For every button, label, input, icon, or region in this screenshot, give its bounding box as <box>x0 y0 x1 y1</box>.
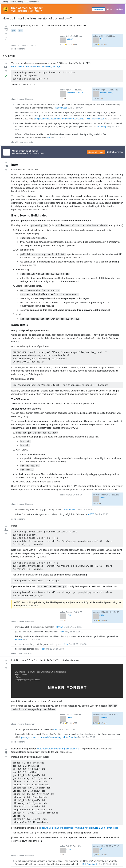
tired-emoji-icon: 😩 <box>3 6 9 12</box>
upvote-button[interactable]: ▲ <box>3 160 9 164</box>
avatar <box>93 37 99 43</box>
improve-link[interactable]: improve this answer <box>18 98 35 100</box>
upvote-button[interactable]: ▲ <box>3 61 9 65</box>
ad-cta-button[interactable]: See new features <box>87 150 105 154</box>
improve-link[interactable]: improve this answer <box>18 723 35 725</box>
question-body: I am using a variety of C++11 and C++1y … <box>11 24 123 27</box>
answer-1: ▲ 141 ▼ ✔ You can install close-to-upstr… <box>0 60 126 146</box>
question-header: How do I install the latest version of g… <box>0 15 126 22</box>
user-link[interactable]: A T <box>100 38 103 40</box>
ppa-link[interactable]: https://wiki.ubuntu.com/ToolChain#PPA_pa… <box>11 65 61 68</box>
comments-list: 2I have Ubuntu 14.04 and that didn't wor… <box>11 102 123 140</box>
tag-gpp[interactable]: g++ <box>18 29 23 32</box>
share-link[interactable]: share <box>11 620 16 622</box>
ad-icon <box>3 149 10 156</box>
tags-container: gcc g++ <box>11 29 123 32</box>
question-title: How do I install the latest version of g… <box>3 17 123 20</box>
avatar <box>60 37 66 43</box>
answer-3: ▲21▼ Install sudo add-apt-repository ppa… <box>0 522 126 657</box>
tag-gcc[interactable]: gcc <box>11 29 16 32</box>
user-link[interactable]: Braiam <box>67 38 73 40</box>
code-block: sudo add-apt-repository ppa:ubuntu-toolc… <box>11 529 123 547</box>
answer-5: ▲5▼ Debian offers a package: https://pac… <box>0 745 126 868</box>
improve-link[interactable]: improve this answer <box>18 503 35 505</box>
share-link[interactable]: share <box>11 44 16 46</box>
answer-2: ▲ 28 ▼ Intro teach a man to fish etc. et… <box>0 159 126 522</box>
show-more-comments[interactable]: show 2 more comments <box>11 652 123 655</box>
code-block: (cd /home/user/pbuilder/precise_local ; … <box>11 382 123 388</box>
code-block: OTHERMIRROR="deb [trusted=yes] file:///h… <box>11 349 123 365</box>
editor-card: edited Oct 18 '13 at 17:53 Braiam 51.2k … <box>59 34 90 47</box>
downvote-button[interactable]: ▼ <box>3 32 9 35</box>
share-link[interactable]: share <box>11 855 16 857</box>
ad-subtitle: Want jobs tailored to your needs? <box>10 10 92 12</box>
upvote-button[interactable]: ▲ <box>3 747 9 750</box>
share-link[interactable]: share <box>11 98 16 100</box>
code-block: sudo update-alternatives --install /usr/… <box>11 590 123 598</box>
top-ad-banner[interactable]: 😩 Tired of recruiter spam? Want jobs tai… <box>1 4 125 14</box>
downvote-button[interactable]: ▼ <box>3 755 9 758</box>
stackoverflow-logo: ▣ stackoverflow <box>107 8 123 10</box>
accepted-icon: ✔ <box>3 74 9 79</box>
mid-ad-banner[interactable]: Make your next movewith a career site th… <box>1 146 125 158</box>
downvote-button[interactable]: ▼ <box>3 532 9 535</box>
add-comment-link[interactable]: add a comment <box>11 518 123 521</box>
answers-header: 7 Answers <box>0 52 126 60</box>
editor-card: edited Apr 16 '14 at 16:45Aleksandr Dubi… <box>59 88 90 100</box>
question-post: ▲ 73 ▼ ☆ 42 I am using a variety of C++1… <box>0 22 126 52</box>
ad-cta-button[interactable]: Yes please! <box>92 7 105 11</box>
code-block: sudo add-apt-repository ppa:ubuntu-toolc… <box>11 70 123 82</box>
ad-title: Tired of recruiter spam? <box>10 7 92 10</box>
code-block: sudo update-alternatives --config gcc <box>11 578 123 584</box>
screenshot-image: Linux Minimal — LightDM ➜ gcc-4.9 Ubuntu… <box>11 664 123 698</box>
code-block: binutils_2.25-5_amd64.deb cpp_4.9.2-2_am… <box>11 760 123 825</box>
add-comment-link[interactable]: add a comment <box>11 740 123 743</box>
vote-count: 73 <box>3 28 9 31</box>
author-card: answered Apr 16 '14 at 14:15Vladimir Rut… <box>92 88 123 100</box>
share-link[interactable]: share <box>11 503 16 505</box>
upvote-button[interactable]: ▲ <box>3 524 9 528</box>
favorite-count: 42 <box>3 39 9 41</box>
author-card: asked Oct 14 '13 at 22:28 A T 1,404 7 21… <box>92 34 123 47</box>
upvote-button[interactable]: ▲ <box>3 24 9 27</box>
favorite-button[interactable]: ☆ <box>3 36 9 39</box>
improve-link[interactable]: improve this question <box>18 44 36 46</box>
vote-count: 141 <box>3 65 9 69</box>
improve-link[interactable]: improve this answer <box>18 620 35 622</box>
code-block: sudo apt-get install gcc-4.8 g++-4.8 sud… <box>11 560 123 572</box>
downvote-button[interactable]: ▼ <box>3 168 9 172</box>
answer-4: ▲7▼ Installing gcc-4.9 "bare" on Ubuntu … <box>0 657 126 745</box>
window-title: Getting + installing gcc/g++ 4.9 on Ubun… <box>0 0 126 4</box>
improve-link[interactable]: improve this answer <box>18 855 35 857</box>
stackoverflow-logo: ▣ stackoverflow <box>106 151 123 153</box>
show-more-comments[interactable]: show 11 more comments <box>11 141 123 144</box>
upvote-button[interactable]: ▲ <box>3 658 9 662</box>
downvote-button[interactable]: ▼ <box>3 666 9 670</box>
add-comment-link[interactable]: add a comment <box>11 48 123 50</box>
share-link[interactable]: share <box>11 723 16 725</box>
downvote-button[interactable]: ▼ <box>3 69 9 73</box>
